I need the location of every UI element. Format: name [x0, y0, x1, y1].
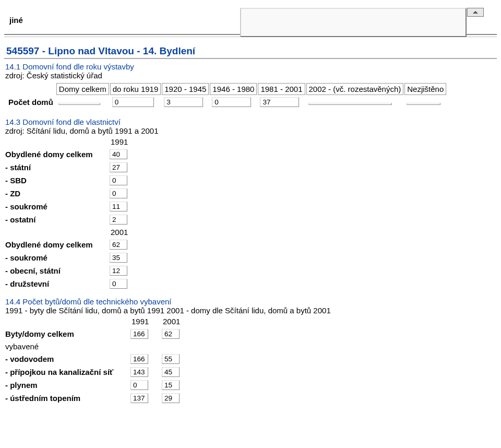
row-total-1991: Obydlené domy celkem [5, 150, 110, 159]
field-1946-1980[interactable]: 0 [212, 97, 251, 107]
section-14-3-source: zdroj: Sčítání lidu, domů a bytů 1991 a … [5, 126, 501, 135]
row-statni: - státní [5, 163, 110, 172]
row-total-2001: Obydlené domy celkem [5, 240, 110, 249]
section-14-4-heading: 14.4 Počet bytů/domů dle technického vyb… [5, 297, 501, 306]
col-1991: 1991 [130, 317, 162, 326]
row-vybavene: vybavené [5, 342, 130, 351]
field-plyn-2001[interactable]: 15 [162, 380, 180, 390]
row-soukrome-2001: - soukromé [5, 253, 110, 262]
field-ostatni[interactable]: 2 [110, 215, 127, 225]
col-0 [6, 83, 55, 95]
year-2001-header: 2001 [110, 228, 141, 237]
row-soukrome-1991: - soukromé [5, 202, 110, 211]
field-total-1991[interactable]: 40 [110, 149, 127, 159]
field-top-1991[interactable]: 137 [130, 393, 148, 403]
row-ostatni: - ostatní [5, 215, 110, 224]
page-title: 545597 - Lipno nad Vltavou - 14. Bydlení [4, 44, 497, 59]
field-zd[interactable]: 0 [110, 188, 127, 198]
field-top-2001[interactable]: 29 [162, 393, 180, 403]
scroll-up-button[interactable] [467, 8, 484, 17]
row-sbd: - SBD [5, 176, 110, 185]
row-vodovodem: - vodovodem [5, 355, 130, 363]
table-14-1: Domy celkem do roku 1919 1920 - 1945 194… [5, 82, 447, 109]
row-kanalizace: - přípojkou na kanalizační síť [5, 368, 130, 376]
field-sbd[interactable]: 0 [110, 175, 127, 185]
row-druzstevni: - družstevní [5, 279, 110, 288]
field-1981-2001[interactable]: 37 [260, 97, 299, 107]
col-domy-celkem: Domy celkem [56, 83, 109, 95]
field-1920-1945[interactable]: 3 [164, 97, 203, 107]
chevron-up-icon [473, 11, 478, 14]
row-label: Počet domů [6, 96, 55, 108]
row-plynem: - plynem [5, 381, 130, 390]
col-2001: 2001 [162, 317, 193, 326]
field-statni[interactable]: 27 [110, 162, 127, 172]
col-do-1919: do roku 1919 [110, 83, 161, 95]
field-total-2001[interactable]: 62 [162, 329, 180, 339]
col-nezjisteno: Nezjištěno [404, 83, 446, 95]
field-do-1919[interactable]: 0 [112, 97, 154, 107]
page-root: jiné 545597 - Lipno nad Vltavou - 14. By… [0, 0, 501, 448]
grid-14-3: 1991 Obydlené domy celkem 40 - státní 27… [5, 137, 501, 289]
field-domy-celkem[interactable] [58, 103, 100, 105]
field-soukrome-2001[interactable]: 35 [110, 253, 127, 263]
field-obecni[interactable]: 12 [110, 266, 127, 276]
field-total-1991[interactable]: 166 [130, 329, 148, 339]
field-vod-1991[interactable]: 166 [130, 354, 148, 364]
year-1991-header: 1991 [110, 137, 141, 146]
row-obecni: - obecní, státní [5, 266, 110, 275]
field-2002[interactable] [308, 103, 392, 105]
field-nezjisteno[interactable] [407, 103, 440, 105]
row-byty-total: Byty/domy celkem [5, 329, 130, 338]
table-row: Počet domů 0 3 0 37 [6, 96, 446, 108]
field-plyn-1991[interactable]: 0 [130, 380, 148, 390]
table-header-row: Domy celkem do roku 1919 1920 - 1945 194… [6, 83, 446, 95]
section-14-4-source: 1991 - byty dle Sčítání lidu, domů a byt… [5, 306, 501, 315]
col-1981-2001: 1981 - 2001 [258, 83, 305, 95]
row-zd: - ZD [5, 189, 110, 198]
row-topeni: - ústředním topením [5, 394, 130, 403]
col-1946-1980: 1946 - 1980 [210, 83, 257, 95]
field-vod-2001[interactable]: 55 [162, 354, 180, 364]
col-2002: 2002 - (vč. rozestavěných) [306, 83, 404, 95]
field-druzstevni[interactable]: 0 [110, 279, 127, 289]
field-kan-1991[interactable]: 143 [130, 367, 148, 377]
grid-14-4: 1991 2001 Byty/domy celkem 166 62 vybave… [5, 317, 501, 403]
section-14-3-heading: 14.3 Domovní fond dle vlastnictví [5, 117, 501, 126]
top-preview-box [240, 8, 467, 37]
field-kan-2001[interactable]: 45 [162, 367, 180, 377]
section-14-1-source: zdroj: Český statistický úřad [5, 71, 501, 80]
col-1920-1945: 1920 - 1945 [162, 83, 209, 95]
field-soukrome-1991[interactable]: 11 [110, 202, 127, 211]
field-total-2001[interactable]: 62 [110, 240, 127, 250]
section-14-1-heading: 14.1 Domovní fond dle roku výstavby [5, 62, 501, 71]
